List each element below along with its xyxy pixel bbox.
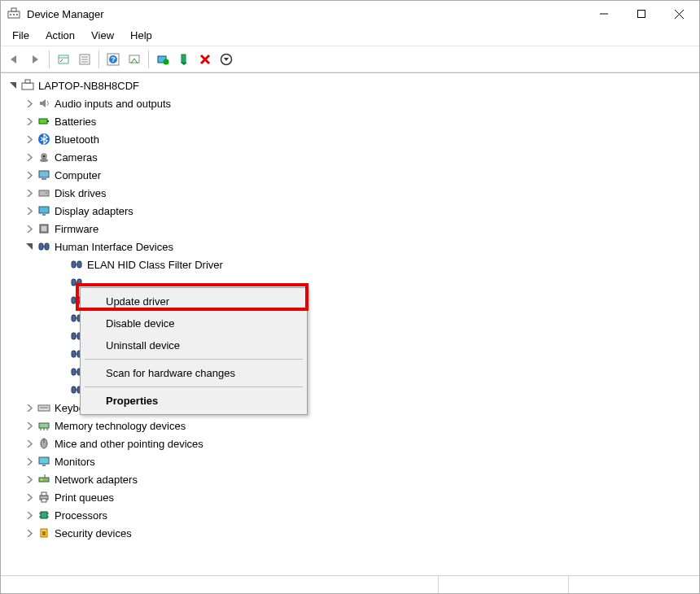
context-menu-item[interactable]: Properties <box>83 390 304 412</box>
expand-icon[interactable] <box>24 491 35 503</box>
menu-file[interactable]: File <box>4 27 37 46</box>
tree-category[interactable]: Batteries <box>2 112 698 130</box>
expand-icon[interactable] <box>24 402 35 413</box>
tree-category[interactable]: Monitors <box>2 452 698 470</box>
expand-icon[interactable] <box>24 509 35 521</box>
tree-category-label: Display adapters <box>55 205 133 217</box>
context-menu-item[interactable]: Update driver <box>83 290 304 312</box>
expand-icon[interactable] <box>24 116 35 127</box>
tree-device-label: ELAN HID Class Filter Driver <box>87 259 223 271</box>
tree-category-label: Mice and other pointing devices <box>55 438 203 450</box>
tree-device[interactable]: ELAN HID Class Filter Driver <box>2 256 698 273</box>
tree-root[interactable]: LAPTOP-NB8H8CDF <box>2 76 698 94</box>
tree-category-label: Bluetooth <box>55 133 99 146</box>
expand-icon[interactable] <box>24 456 35 467</box>
forward-button[interactable] <box>25 50 45 69</box>
context-menu-item[interactable]: Disable device <box>83 312 304 334</box>
action-toolbar-button[interactable] <box>217 50 236 69</box>
computer-root-icon <box>20 78 35 93</box>
maximize-button[interactable] <box>623 2 660 26</box>
back-button[interactable] <box>4 50 24 69</box>
toolbar: ? <box>1 46 699 72</box>
svg-rect-33 <box>39 171 49 177</box>
expand-icon[interactable] <box>24 187 35 199</box>
scan-toolbar-button[interactable] <box>125 50 144 69</box>
tree-category[interactable]: Network adapters <box>2 470 698 488</box>
firmware-icon <box>37 221 51 236</box>
tree-category[interactable]: Mice and other pointing devices <box>2 435 698 452</box>
svg-rect-70 <box>39 423 49 428</box>
tree-category[interactable]: Audio inputs and outputs <box>2 94 698 112</box>
svg-rect-34 <box>42 178 46 180</box>
processor-icon <box>37 508 51 522</box>
svg-rect-28 <box>47 120 49 122</box>
svg-rect-50 <box>72 297 76 304</box>
expand-icon[interactable] <box>24 133 35 145</box>
expand-icon[interactable] <box>24 205 35 216</box>
svg-rect-40 <box>42 226 46 231</box>
svg-point-30 <box>40 159 48 162</box>
expand-icon[interactable] <box>24 98 35 109</box>
collapse-icon[interactable] <box>24 241 35 252</box>
svg-rect-53 <box>72 315 76 321</box>
properties-toolbar-button[interactable] <box>75 50 94 69</box>
tree-category[interactable]: Display adapters <box>2 202 698 220</box>
svg-text:?: ? <box>111 55 116 63</box>
menu-help[interactable]: Help <box>122 27 160 46</box>
tree-category[interactable]: Bluetooth <box>2 130 698 148</box>
expand-icon[interactable] <box>24 527 35 539</box>
tree-category[interactable]: Security devices <box>2 524 698 542</box>
svg-point-3 <box>13 14 15 15</box>
tree-category[interactable]: Memory technology devices <box>2 417 698 435</box>
tree-category[interactable]: Processors <box>2 506 698 524</box>
svg-point-79 <box>41 479 42 481</box>
tree-category[interactable]: Human Interface Devices <box>2 238 698 256</box>
menu-view[interactable]: View <box>83 27 122 46</box>
help-toolbar-button[interactable]: ? <box>103 50 123 69</box>
mouse-icon <box>37 436 51 451</box>
update-driver-toolbar-button[interactable] <box>153 50 173 69</box>
expand-icon[interactable] <box>24 474 35 485</box>
tree-category[interactable]: Print queues <box>2 488 698 506</box>
svg-rect-26 <box>25 80 30 83</box>
expand-icon[interactable] <box>24 438 35 449</box>
toolbar-separator <box>49 50 50 68</box>
svg-rect-83 <box>42 499 46 502</box>
expand-icon[interactable] <box>24 169 35 181</box>
svg-rect-38 <box>42 214 46 216</box>
tree-category-label: Firmware <box>55 223 98 235</box>
collapse-icon[interactable] <box>7 80 19 91</box>
close-button[interactable] <box>660 2 698 26</box>
context-menu-separator <box>85 387 303 387</box>
tree-category-label: Monitors <box>55 456 95 468</box>
svg-rect-62 <box>72 369 76 375</box>
tree-category-label: Network adapters <box>55 474 138 486</box>
context-menu-item[interactable]: Scan for hardware changes <box>83 362 304 384</box>
expand-icon[interactable] <box>24 151 35 163</box>
svg-point-20 <box>164 59 169 64</box>
uninstall-toolbar-button[interactable] <box>195 50 215 69</box>
titlebar: Device Manager <box>1 1 699 27</box>
tree-category-label: Disk drives <box>55 187 107 199</box>
svg-point-4 <box>16 14 18 15</box>
menu-action[interactable]: Action <box>37 27 83 46</box>
tree-category[interactable]: Computer <box>2 166 698 184</box>
minimize-button[interactable] <box>585 2 623 26</box>
context-menu-item[interactable]: Uninstall device <box>83 334 304 356</box>
window-title: Device Manager <box>27 8 585 20</box>
expand-icon[interactable] <box>24 420 35 431</box>
svg-rect-35 <box>39 190 49 196</box>
hid-icon <box>37 239 51 254</box>
security-icon <box>37 526 51 540</box>
tree-category[interactable]: Cameras <box>2 148 698 166</box>
svg-rect-42 <box>45 243 49 250</box>
svg-rect-37 <box>39 207 49 213</box>
tree-category[interactable]: Firmware <box>2 220 698 238</box>
show-hidden-button[interactable] <box>54 50 73 69</box>
tree-spacer <box>56 348 68 360</box>
tree-category[interactable]: Disk drives <box>2 184 698 202</box>
enable-toolbar-button[interactable] <box>174 50 194 69</box>
expand-icon[interactable] <box>24 223 35 234</box>
svg-point-36 <box>46 192 47 194</box>
tree-category-label: Print queues <box>55 491 114 504</box>
